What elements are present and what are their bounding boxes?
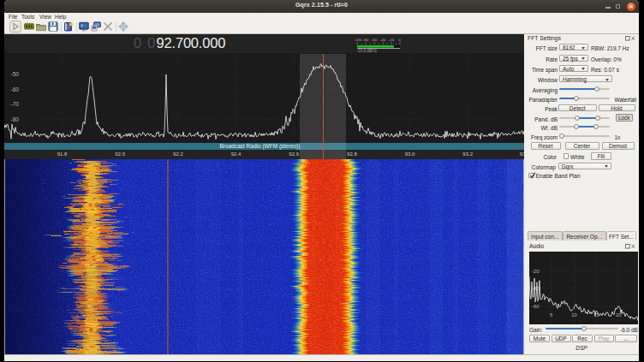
svg-text:-40: -40 [532, 286, 540, 291]
svg-text:-80: -80 [11, 116, 20, 122]
svg-text:-70: -70 [11, 101, 20, 107]
svg-text:-60: -60 [372, 38, 378, 42]
svg-text:-40: -40 [380, 38, 386, 42]
svg-text:0: 0 [398, 38, 401, 42]
svg-text:-60: -60 [11, 86, 20, 92]
svg-text:-20: -20 [532, 268, 540, 273]
svg-text:-20: -20 [389, 38, 395, 42]
svg-text:10: 10 [571, 312, 577, 317]
svg-text:-60: -60 [532, 304, 540, 309]
svg-text:-80: -80 [363, 38, 369, 42]
svg-text:-50: -50 [11, 71, 20, 77]
svg-text:-100: -100 [355, 38, 362, 42]
